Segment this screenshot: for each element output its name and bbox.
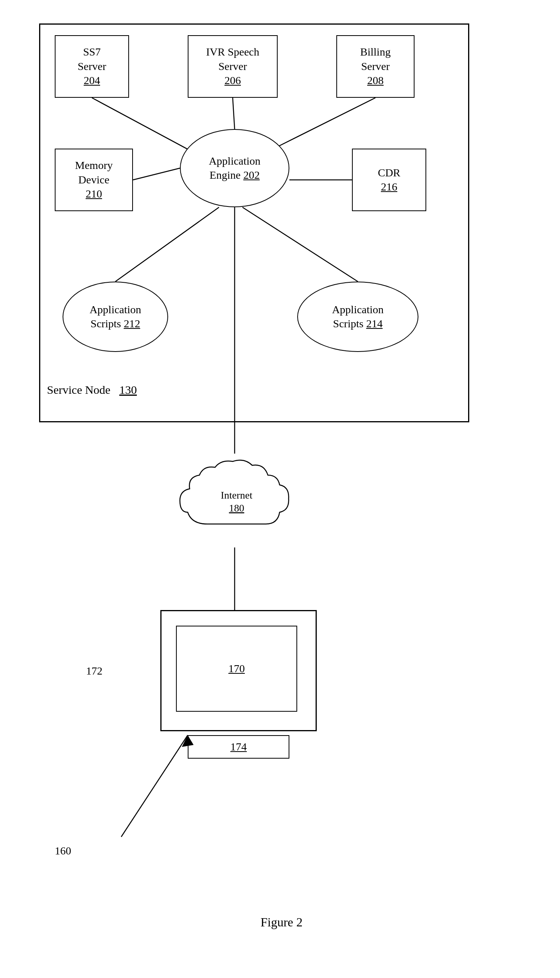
memory-device-label: Memory Device 210 bbox=[75, 158, 113, 201]
monitor-number: 170 bbox=[228, 662, 245, 676]
svg-line-9 bbox=[121, 735, 188, 837]
ivr-server-label: IVR Speech Server 206 bbox=[206, 45, 259, 88]
internet-cloud: Internet 180 bbox=[168, 454, 305, 547]
keyboard-stand: 174 bbox=[188, 735, 289, 759]
label-172: 172 bbox=[86, 665, 102, 677]
service-node-label: Service Node 130 bbox=[47, 383, 137, 397]
figure-caption: Figure 2 bbox=[31, 915, 532, 930]
app-scripts-212-label: Application Scripts 212 bbox=[90, 303, 141, 331]
app-scripts-214-ellipse: Application Scripts 214 bbox=[297, 282, 418, 352]
ivr-server-box: IVR Speech Server 206 bbox=[188, 35, 278, 98]
label-160: 160 bbox=[55, 845, 71, 857]
ss7-server-box: SS7 Server 204 bbox=[55, 35, 129, 98]
app-scripts-212-ellipse: Application Scripts 212 bbox=[63, 282, 168, 352]
keyboard-number: 174 bbox=[230, 740, 247, 754]
billing-server-box: Billing Server 208 bbox=[336, 35, 415, 98]
cdr-box: CDR 216 bbox=[352, 149, 426, 211]
monitor-screen: 170 bbox=[176, 626, 297, 712]
ss7-server-label: SS7 Server 204 bbox=[77, 45, 106, 88]
cdr-label: CDR 216 bbox=[378, 166, 400, 194]
svg-text:Internet: Internet bbox=[221, 490, 253, 501]
app-scripts-214-label: Application Scripts 214 bbox=[332, 303, 384, 331]
app-engine-label: Application Engine 202 bbox=[209, 154, 260, 183]
svg-text:180: 180 bbox=[229, 502, 244, 514]
app-engine-ellipse: Application Engine 202 bbox=[180, 129, 289, 207]
billing-server-label: Billing Server 208 bbox=[360, 45, 391, 88]
memory-device-box: Memory Device 210 bbox=[55, 149, 133, 211]
